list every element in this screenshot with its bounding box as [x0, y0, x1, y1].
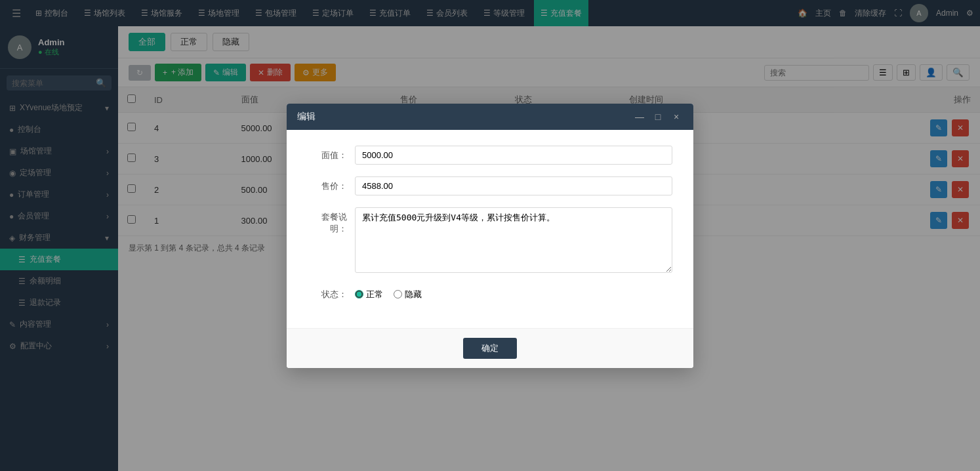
face-value-input[interactable]: [355, 146, 672, 165]
modal-overlay[interactable]: 编辑 — □ × 面值： 售价： 套餐说明： 累计充值5000元升级到V4等级，…: [0, 0, 980, 471]
status-normal-label: 正常: [366, 289, 383, 300]
modal-footer: 确定: [287, 328, 693, 368]
form-row-sale-price: 售价：: [308, 176, 672, 195]
modal-controls: — □ ×: [633, 110, 683, 123]
status-radio-group: 正常 隐藏: [355, 285, 422, 300]
form-row-description: 套餐说明： 累计充值5000元升级到V4等级，累计按售价计算。: [308, 207, 672, 273]
face-value-label: 面值：: [308, 146, 355, 161]
status-hidden-radio[interactable]: [394, 290, 402, 298]
confirm-button[interactable]: 确定: [463, 338, 517, 359]
modal-body: 面值： 售价： 套餐说明： 累计充值5000元升级到V4等级，累计按售价计算。 …: [287, 130, 693, 328]
form-row-status: 状态： 正常 隐藏: [308, 285, 672, 300]
status-label: 状态：: [308, 285, 355, 300]
status-hidden-label: 隐藏: [405, 289, 422, 300]
sale-price-label: 售价：: [308, 176, 355, 192]
status-normal-option[interactable]: 正常: [355, 289, 383, 300]
form-row-face-value: 面值：: [308, 146, 672, 165]
modal-title: 编辑: [297, 111, 316, 123]
modal-minimize-button[interactable]: —: [633, 110, 646, 123]
status-hidden-option[interactable]: 隐藏: [394, 289, 422, 300]
modal-maximize-button[interactable]: □: [651, 110, 664, 123]
edit-modal: 编辑 — □ × 面值： 售价： 套餐说明： 累计充值5000元升级到V4等级，…: [287, 104, 693, 368]
description-label: 套餐说明：: [308, 207, 355, 235]
description-input[interactable]: 累计充值5000元升级到V4等级，累计按售价计算。: [355, 207, 672, 273]
modal-close-button[interactable]: ×: [670, 110, 683, 123]
modal-header: 编辑 — □ ×: [287, 104, 693, 130]
sale-price-input[interactable]: [355, 176, 672, 195]
status-normal-radio[interactable]: [355, 290, 363, 298]
